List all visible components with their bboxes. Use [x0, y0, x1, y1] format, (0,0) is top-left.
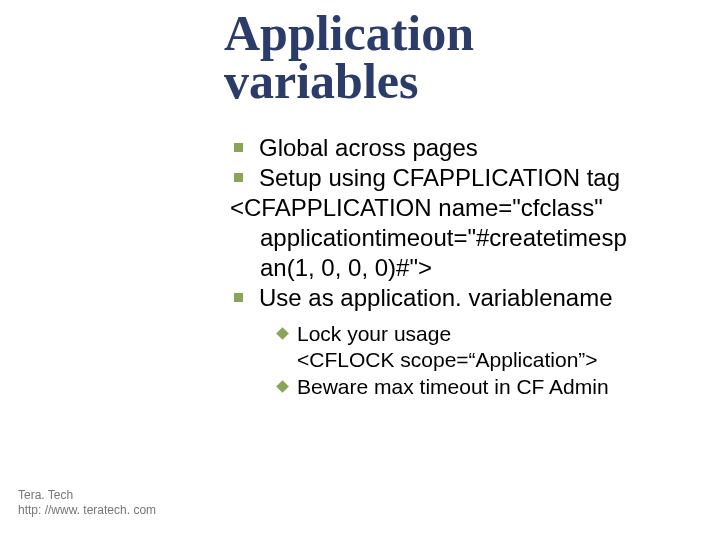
sub-text-line: <CFLOCK scope=“Application”> — [297, 348, 598, 371]
code-line: applicationtimeout="#createtimesp — [230, 223, 680, 253]
bullet-item: Use as application. variablename — [230, 283, 680, 313]
sub-list: Lock your usage <CFLOCK scope=“Applicati… — [278, 321, 680, 400]
sub-bullet-item: Beware max timeout in CF Admin — [278, 374, 680, 400]
diamond-bullet-icon — [276, 380, 289, 393]
code-line: <CFAPPLICATION name="cfclass" — [230, 193, 680, 223]
slide: Application variables Global across page… — [0, 0, 720, 540]
slide-body: Global across pages Setup using CFAPPLIC… — [230, 133, 680, 400]
sub-text-line: Lock your usage — [297, 322, 451, 345]
square-bullet-icon — [234, 143, 243, 152]
square-bullet-icon — [234, 173, 243, 182]
bullet-text: Setup using CFAPPLICATION tag — [259, 163, 680, 193]
footer-url: http: //www. teratech. com — [18, 503, 156, 518]
bullet-item: Setup using CFAPPLICATION tag — [230, 163, 680, 193]
bullet-text: Global across pages — [259, 133, 680, 163]
diamond-bullet-icon — [276, 327, 289, 340]
square-bullet-icon — [234, 293, 243, 302]
bullet-text: Use as application. variablename — [259, 283, 680, 313]
sub-bullet-item: Lock your usage <CFLOCK scope=“Applicati… — [278, 321, 680, 374]
code-line: an(1, 0, 0, 0)#"> — [230, 253, 680, 283]
slide-title: Application variables — [224, 10, 680, 105]
bullet-item: Global across pages — [230, 133, 680, 163]
sub-bullet-text: Lock your usage <CFLOCK scope=“Applicati… — [297, 321, 598, 374]
footer: Tera. Tech http: //www. teratech. com — [18, 488, 156, 518]
footer-company: Tera. Tech — [18, 488, 156, 503]
sub-bullet-text: Beware max timeout in CF Admin — [297, 374, 609, 400]
